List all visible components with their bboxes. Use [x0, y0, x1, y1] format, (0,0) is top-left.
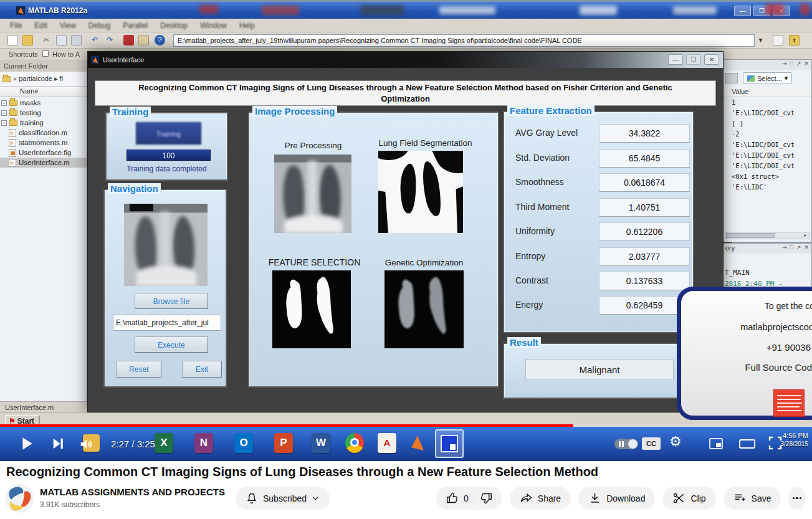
- active-app-frame[interactable]: [435, 429, 464, 458]
- directory-dropdown-icon[interactable]: ▾: [755, 35, 766, 45]
- channel-avatar[interactable]: [5, 484, 34, 513]
- restore-icon[interactable]: ❐: [686, 54, 701, 65]
- excel-icon[interactable]: X: [155, 433, 173, 453]
- feature-value-field[interactable]: 34.3822: [599, 124, 690, 143]
- workspace-value[interactable]: 'E:\LIDC/DOI_cvt: [723, 109, 811, 120]
- reset-button[interactable]: Reset: [117, 361, 161, 378]
- folder-item-masks[interactable]: + masks: [0, 98, 87, 108]
- name-column-header[interactable]: Name: [0, 87, 87, 97]
- volume-icon[interactable]: [79, 437, 93, 451]
- menu-help[interactable]: Help: [239, 21, 255, 30]
- undo-icon[interactable]: ↶: [90, 35, 100, 45]
- up-folder-icon[interactable]: ⬆: [789, 35, 800, 45]
- workspace-value[interactable]: 'E:\LIDC/DOI_cvt: [723, 151, 811, 162]
- dialog-titlebar[interactable]: UserInterface — ❐ ✕: [88, 52, 723, 68]
- shortcut-icon[interactable]: [42, 50, 49, 57]
- more-actions-button[interactable]: [788, 487, 806, 510]
- folder-item-testing[interactable]: + testing: [0, 108, 87, 118]
- dock-icon[interactable]: ⇥: [782, 244, 787, 253]
- file-item-userinterface-fig[interactable]: UserInterface.fig: [0, 148, 87, 158]
- feature-value-field[interactable]: 0.137633: [599, 272, 690, 290]
- workspace-value[interactable]: <0x1 struct>: [723, 173, 811, 183]
- folder-breadcrumb[interactable]: « partialcode ▸ fi: [0, 72, 87, 87]
- copy-icon[interactable]: [56, 35, 67, 45]
- menu-view[interactable]: View: [60, 21, 76, 30]
- redo-icon[interactable]: ↷: [105, 35, 115, 45]
- next-button[interactable]: [51, 437, 65, 450]
- minimize-icon[interactable]: —: [668, 54, 683, 65]
- expand-icon[interactable]: +: [1, 120, 7, 126]
- powerpoint-icon[interactable]: P: [274, 433, 293, 453]
- fullscreen-button[interactable]: [768, 436, 783, 450]
- save-button[interactable]: Save: [724, 487, 781, 510]
- settings-gear-icon[interactable]: ⚙: [669, 434, 682, 450]
- feature-value-field[interactable]: 0.612206: [599, 222, 690, 241]
- how-to-shortcut[interactable]: How to A: [52, 50, 80, 58]
- value-column-header[interactable]: Value: [723, 87, 811, 97]
- theater-mode-button[interactable]: [739, 439, 755, 449]
- onenote-icon[interactable]: N: [194, 433, 213, 453]
- miniplayer-button[interactable]: [709, 438, 723, 449]
- select-button[interactable]: Select... ▾: [743, 72, 792, 84]
- chrome-icon[interactable]: [345, 433, 364, 453]
- current-directory-field[interactable]: [173, 34, 755, 47]
- undock-icon[interactable]: ↗: [796, 60, 801, 69]
- feature-value-field[interactable]: 0.0618674: [599, 173, 690, 192]
- maximize-icon[interactable]: □: [790, 244, 793, 253]
- menu-desktop[interactable]: Desktop: [160, 21, 188, 30]
- workspace-value[interactable]: 'E:\LIDC/DOI_cvt: [723, 162, 811, 173]
- guide-icon[interactable]: [138, 35, 149, 45]
- channel-name[interactable]: MATLAB ASSIGNMENTS AND PROJECTS: [40, 487, 225, 497]
- subscribed-button[interactable]: Subscribed: [236, 487, 330, 510]
- print-icon[interactable]: [725, 73, 738, 83]
- open-file-icon[interactable]: [22, 35, 33, 45]
- folder-item-training[interactable]: + training: [0, 118, 87, 128]
- close-icon[interactable]: ✕: [804, 244, 809, 253]
- share-button[interactable]: Share: [510, 487, 571, 510]
- horizontal-scrollbar[interactable]: ▸: [725, 232, 810, 239]
- history-entry[interactable]: T_MAIN: [725, 269, 750, 277]
- workspace-value[interactable]: 'E:\LIDC/DOI_cvt: [723, 141, 811, 151]
- help-icon[interactable]: ?: [155, 35, 165, 45]
- feature-value-field[interactable]: 65.4845: [599, 149, 690, 168]
- undock-icon[interactable]: ↗: [796, 244, 801, 253]
- shortcuts-label[interactable]: Shortcuts: [9, 50, 37, 58]
- file-item-classification[interactable]: classification.m: [0, 128, 87, 138]
- file-item-userinterface-m[interactable]: UserInterface.m: [0, 158, 87, 168]
- workspace-value[interactable]: [ ]: [723, 120, 811, 130]
- video-player[interactable]: MATLAB R2012a — ❐ ✕ File Edit View Debug…: [0, 0, 812, 461]
- expand-icon[interactable]: +: [1, 100, 7, 106]
- word-icon[interactable]: W: [312, 433, 330, 453]
- file-path-field[interactable]: E:\matlab_projects_after_jul: [113, 315, 221, 331]
- scroll-right-icon[interactable]: ▸: [802, 232, 809, 239]
- feature-value-field[interactable]: 2.03777: [599, 247, 690, 266]
- menu-file[interactable]: File: [10, 21, 22, 30]
- autoplay-toggle[interactable]: [614, 439, 638, 449]
- file-item-statmoments[interactable]: statmoments.m: [0, 138, 87, 148]
- download-button[interactable]: Download: [578, 487, 655, 510]
- scrollbar-thumb[interactable]: [726, 233, 775, 238]
- adobe-icon[interactable]: A: [378, 433, 396, 453]
- clip-button[interactable]: Clip: [662, 487, 715, 510]
- feature-value-field[interactable]: 1.40751: [599, 198, 690, 217]
- progress-bar-played[interactable]: [0, 424, 573, 427]
- menu-window[interactable]: Window: [200, 21, 227, 30]
- matlab-taskbar-icon[interactable]: [408, 433, 427, 453]
- workspace-value[interactable]: 1: [723, 98, 811, 109]
- subtitles-button[interactable]: CC: [642, 437, 661, 450]
- menu-edit[interactable]: Edit: [34, 21, 47, 30]
- workspace-value[interactable]: 'E:\LIDC': [723, 183, 811, 194]
- execute-button[interactable]: Execute: [135, 336, 208, 353]
- maximize-icon[interactable]: □: [790, 60, 793, 69]
- like-button[interactable]: 0: [446, 492, 469, 505]
- dock-icon[interactable]: ⇥: [782, 60, 787, 69]
- outlook-icon[interactable]: O: [234, 433, 253, 453]
- workspace-value[interactable]: -2: [723, 130, 811, 141]
- browse-file-button[interactable]: Browse file: [135, 293, 208, 309]
- play-button[interactable]: [19, 436, 35, 452]
- new-file-icon[interactable]: [7, 35, 18, 45]
- dislike-button[interactable]: [479, 492, 492, 505]
- menu-parallel[interactable]: Parallel: [123, 21, 148, 30]
- close-icon[interactable]: ✕: [804, 60, 809, 69]
- training-button[interactable]: Training: [136, 122, 201, 145]
